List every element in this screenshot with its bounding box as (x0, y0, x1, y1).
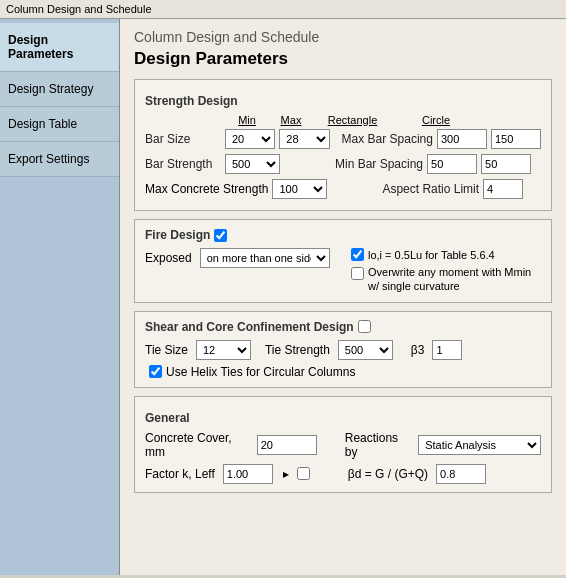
content-title: Column Design and Schedule (134, 29, 552, 45)
bar-strength-label: Bar Strength (145, 157, 221, 171)
lofi-checkbox[interactable] (351, 248, 364, 261)
title-bar-text: Column Design and Schedule (6, 3, 152, 15)
max-col-header: Max (271, 114, 311, 126)
helix-label: Use Helix Ties for Circular Columns (166, 365, 355, 379)
exposed-select[interactable]: on more than one side on one side on all… (200, 248, 330, 268)
tie-size-select[interactable]: 121016 (196, 340, 251, 360)
tie-strength-label: Tie Strength (265, 343, 330, 357)
general-label: General (145, 411, 541, 425)
shear-design-section: Shear and Core Confinement Design Tie Si… (134, 311, 552, 388)
beta3-input[interactable] (432, 340, 462, 360)
content-subtitle: Design Parameters (134, 49, 552, 69)
sidebar-item-design-table[interactable]: Design Table (0, 107, 119, 142)
tie-strength-select[interactable]: 500400 (338, 340, 393, 360)
betad-input[interactable] (436, 464, 486, 484)
overwrite-label: Overwrite any moment with Mmin w/ single… (368, 265, 541, 294)
title-bar: Column Design and Schedule (0, 0, 566, 19)
bar-size-label: Bar Size (145, 132, 221, 146)
overwrite-checkbox[interactable] (351, 267, 364, 280)
aspect-ratio-label: Aspect Ratio Limit (382, 182, 479, 196)
sidebar-item-design-parameters[interactable]: Design Parameters (0, 23, 119, 72)
content-area: Column Design and Schedule Design Parame… (120, 19, 566, 575)
bar-size-min-select[interactable]: 202428 (225, 129, 275, 149)
reactions-label: Reactions by (345, 431, 410, 459)
min-bar-spacing-rect[interactable] (427, 154, 477, 174)
lofi-label: lo,i = 0.5Lu for Table 5.6.4 (368, 249, 495, 261)
strength-design-section: Strength Design Min Max Rectangle Circle… (134, 79, 552, 211)
cover-label: Concrete Cover, mm (145, 431, 249, 459)
exposed-label: Exposed (145, 251, 192, 265)
helix-checkbox[interactable] (149, 365, 162, 378)
max-bar-spacing-label: Max Bar Spacing (342, 132, 433, 146)
shear-design-label: Shear and Core Confinement Design (145, 320, 354, 334)
min-bar-spacing-label: Min Bar Spacing (335, 157, 423, 171)
bar-size-max-select[interactable]: 283236 (279, 129, 329, 149)
bar-strength-select[interactable]: 500400600 (225, 154, 280, 174)
fire-design-section: Fire Design Exposed on more than one sid… (134, 219, 552, 303)
circle-col-header: Circle (416, 114, 456, 126)
factor-input[interactable] (223, 464, 273, 484)
max-bar-spacing-rect[interactable] (437, 129, 487, 149)
min-bar-spacing-circle[interactable] (481, 154, 531, 174)
aspect-ratio-input[interactable] (483, 179, 523, 199)
fire-design-label: Fire Design (145, 228, 210, 242)
max-bar-spacing-circle[interactable] (491, 129, 541, 149)
general-section: General Concrete Cover, mm Reactions by … (134, 396, 552, 493)
tie-size-label: Tie Size (145, 343, 188, 357)
sidebar-item-export-settings[interactable]: Export Settings (0, 142, 119, 177)
shear-design-checkbox[interactable] (358, 320, 371, 333)
strength-design-label: Strength Design (145, 94, 541, 108)
sidebar: Design Parameters Design Strategy Design… (0, 19, 120, 575)
factor-label: Factor k, Leff (145, 467, 215, 481)
min-col-header: Min (227, 114, 267, 126)
reactions-select[interactable]: Static Analysis Dynamic Analysis (418, 435, 541, 455)
betad-label: βd = G / (G+Q) (348, 467, 428, 481)
beta3-label: β3 (411, 343, 425, 357)
cover-input[interactable] (257, 435, 317, 455)
factor-checkbox[interactable] (297, 467, 310, 480)
max-concrete-select[interactable]: 1005080120 (272, 179, 327, 199)
rectangle-col-header: Rectangle (325, 114, 380, 126)
sidebar-item-design-strategy[interactable]: Design Strategy (0, 72, 119, 107)
max-concrete-label: Max Concrete Strength (145, 182, 268, 196)
fire-design-checkbox[interactable] (214, 229, 227, 242)
